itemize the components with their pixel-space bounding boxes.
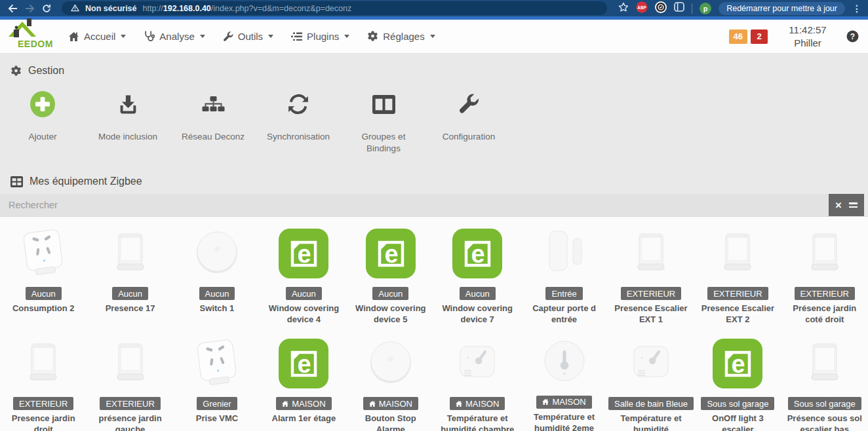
plus-circle-icon (30, 86, 56, 122)
home-icon (68, 31, 79, 42)
url-text: http://192.168.0.40/index.php?v=d&m=deco… (143, 4, 352, 13)
device-card[interactable]: EXTERIEURprésence jardin gauche (87, 335, 173, 431)
more-menu-icon[interactable]: ⋮ (852, 3, 861, 14)
device-name: Température et humidité 2eme étage (523, 412, 606, 431)
device-card[interactable]: eSous sol garageOnOff light 3 escalier (694, 335, 781, 431)
device-room-badge: Sous sol garage (701, 397, 774, 410)
action-synchronisation[interactable]: Synchronisation (256, 86, 341, 155)
device-room-badge: EXTERIEUR (13, 397, 73, 410)
device-room-badge: Salle de bain Bleue (608, 397, 694, 410)
action-ajouter[interactable]: Ajouter (0, 86, 85, 155)
alert-count-badge[interactable]: 2 (751, 29, 768, 44)
chevron-down-icon (268, 35, 273, 38)
device-room-badge: Aucun (372, 287, 408, 300)
device-name: Prise VMC (194, 413, 240, 424)
browser-toolbar: Non sécurisé http://192.168.0.40/index.p… (0, 0, 868, 16)
device-card[interactable]: MAISONTempérature et humidité 2eme étage (521, 335, 607, 431)
device-card[interactable]: EXTERIEURPresence jardin droit (0, 335, 87, 431)
action-label: Configuration (443, 131, 495, 143)
device-card[interactable]: eAucunWindow covering device 5 (347, 225, 434, 335)
device-card[interactable]: AucunPresence 17 (87, 225, 173, 335)
gear-icon (367, 31, 378, 42)
sidebar-panel-icon[interactable] (674, 2, 684, 14)
sync-icon (287, 86, 309, 122)
device-image-temp-square (623, 335, 679, 392)
menu-label: Plugins (307, 31, 339, 42)
menu-label: Réglages (383, 31, 424, 42)
menu-reglages[interactable]: Réglages (367, 31, 435, 42)
browser-update-button[interactable]: Redémarrer pour mettre à jour (719, 2, 845, 15)
device-image-motion (15, 335, 71, 392)
current-user: Philler (785, 37, 831, 50)
device-card[interactable]: Sous sol garagePrésence sous sol escalie… (781, 335, 868, 431)
table-icon (10, 176, 23, 187)
profile-avatar[interactable]: p (700, 3, 711, 14)
device-name: présence jardin gauche (89, 413, 172, 431)
menu-analyse[interactable]: Analyse (144, 31, 205, 42)
reload-icon[interactable] (38, 1, 55, 16)
menu-accueil[interactable]: Accueil (68, 31, 126, 42)
svg-text:ABP: ABP (638, 5, 646, 9)
device-card[interactable]: eAucunWindow covering device 7 (434, 225, 521, 335)
device-card[interactable]: eAucunWindow covering device 4 (260, 225, 347, 335)
logo-text: EEDOM (18, 39, 53, 49)
search-tools: ✕ (829, 194, 864, 216)
device-name: Capteur porte d entrée (523, 303, 606, 326)
jeedom-logo[interactable]: EEDOM (8, 20, 58, 54)
action-configuration[interactable]: Configuration (426, 86, 511, 155)
clock-user-block: 11:42:57 Philler (785, 24, 831, 49)
device-card[interactable]: Salle de bain BleueTempérature et humidi… (608, 335, 694, 431)
device-name: Switch 1 (198, 303, 237, 314)
svg-text:?: ? (850, 32, 855, 41)
device-name: Température et humidité chambre (435, 413, 519, 431)
clear-icon[interactable]: ✕ (835, 201, 842, 210)
device-name: Presence Escalier EXT 2 (696, 303, 779, 326)
browser-toolbar-right: ABP p Redémarrer pour mettre à jour ⋮ (618, 1, 864, 16)
chevron-down-icon (121, 35, 126, 38)
device-card[interactable]: MAISONBouton Stop Alarme (347, 335, 434, 431)
device-card[interactable]: eMAISONAlarm 1er étage (260, 335, 347, 431)
wrench-icon (458, 86, 479, 122)
device-card[interactable]: MAISONTempérature et humidité chambre (434, 335, 521, 431)
privacy-extension-icon[interactable] (655, 1, 667, 16)
device-card[interactable]: AucunSwitch 1 (174, 225, 260, 335)
address-bar[interactable]: Non sécurisé http://192.168.0.40/index.p… (62, 1, 607, 15)
chevron-down-icon (430, 35, 435, 38)
help-icon[interactable]: ? (846, 30, 859, 43)
device-card[interactable]: GrenierPrise VMC (174, 335, 260, 431)
content: Gestion AjouterMode inclusionRéseau Deco… (0, 54, 868, 431)
device-room-badge: EXTERIEUR (707, 287, 768, 300)
action-reseau-deconz[interactable]: Réseau Deconz (170, 86, 256, 155)
abp-extension-icon[interactable]: ABP (636, 1, 648, 16)
device-card[interactable]: EXTERIEURPrésence jardin coté droit (781, 225, 868, 335)
forward-icon[interactable] (21, 1, 38, 16)
gestion-actions: AjouterMode inclusionRéseau DeconzSynchr… (0, 82, 868, 155)
house-icon (369, 401, 376, 407)
device-room-badge: Aucun (199, 287, 235, 300)
bookmark-star-icon[interactable] (618, 2, 629, 15)
device-card[interactable]: EntréeCapteur porte d entrée (521, 225, 607, 335)
action-mode-inclusion[interactable]: Mode inclusion (85, 86, 170, 155)
page: Non sécurisé http://192.168.0.40/index.p… (0, 0, 868, 431)
back-icon[interactable] (4, 1, 21, 16)
device-room-badge: EXTERIEUR (621, 287, 681, 300)
device-card[interactable]: EXTERIEURPresence Escalier EXT 2 (694, 225, 781, 335)
action-label: Réseau Deconz (182, 131, 245, 143)
gestion-header: Gestion (0, 54, 868, 82)
menu-plugins[interactable]: Plugins (291, 31, 349, 42)
device-image-motion (797, 335, 853, 392)
device-image-motion (709, 225, 766, 282)
device-image-motion (102, 335, 159, 392)
menu-outils[interactable]: Outils (223, 31, 273, 42)
device-room-badge: Aucun (460, 287, 496, 300)
list-toggle-icon[interactable] (849, 202, 858, 208)
device-card[interactable]: EXTERIEURPresence Escalier EXT 1 (608, 225, 694, 335)
device-image-motion (623, 225, 679, 282)
message-count-badge[interactable]: 46 (729, 29, 747, 44)
device-room-badge: MAISON (450, 397, 505, 410)
device-image-motion (797, 225, 853, 282)
action-groupes-et-bindings[interactable]: Groupes et Bindings (341, 86, 426, 155)
device-card[interactable]: AucunConsumption 2 (0, 225, 87, 335)
list-icon (291, 32, 302, 41)
search-input[interactable] (0, 194, 829, 216)
